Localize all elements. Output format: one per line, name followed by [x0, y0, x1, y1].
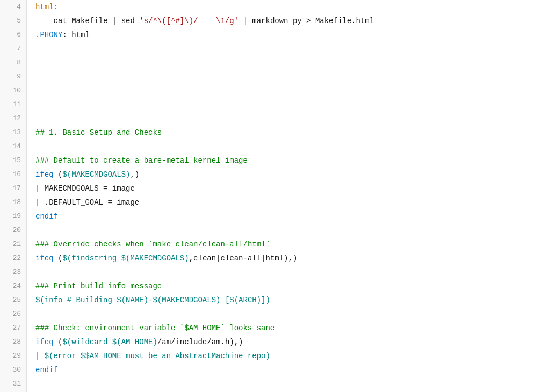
code-line: endif [35, 209, 556, 223]
code-line [35, 265, 556, 279]
line-number: 19 [0, 209, 26, 223]
line-number: 17 [0, 182, 26, 195]
line-number: 4 [0, 0, 26, 14]
code-line: ### Print build info message [35, 279, 556, 293]
line-number: 28 [0, 335, 26, 349]
line-number: 25 [0, 293, 26, 307]
code-line [35, 112, 556, 126]
line-number: 9 [0, 70, 26, 84]
code-line: ifeq ($(findstring $(MAKECMDGOALS),clean… [35, 251, 556, 265]
line-number: 7 [0, 42, 26, 56]
line-number: 20 [0, 223, 26, 237]
code-line [35, 307, 556, 321]
code-line [35, 223, 556, 237]
code-line: | $(error $$AM_HOME must be an AbstractM… [35, 349, 556, 363]
line-number: 22 [0, 251, 26, 265]
code-line [35, 56, 556, 70]
line-number: 29 [0, 349, 26, 363]
line-number: 30 [0, 363, 26, 377]
line-number: 21 [0, 237, 26, 251]
line-number: 16 [0, 168, 26, 182]
line-number: 15 [0, 154, 26, 168]
code-line [35, 70, 556, 84]
code-line: | MAKECMDGOALS = image [35, 182, 556, 195]
code-line: ifeq ($(MAKECMDGOALS),) [35, 168, 556, 182]
code-content[interactable]: html: cat Makefile | sed 's/^\([^#]\)/ \… [27, 0, 556, 392]
code-line: $(info # Building $(NAME)-$(MAKECMDGOALS… [35, 293, 556, 307]
code-line [35, 377, 556, 391]
line-number: 12 [0, 112, 26, 126]
line-number: 6 [0, 28, 26, 42]
line-number: 23 [0, 265, 26, 279]
line-number: 31 [0, 377, 26, 391]
line-number: 26 [0, 307, 26, 321]
code-line: cat Makefile | sed 's/^\([^#]\)/ \1/g' |… [35, 14, 556, 28]
code-line: | .DEFAULT_GOAL = image [35, 195, 556, 209]
line-number: 8 [0, 56, 26, 70]
code-line [35, 98, 556, 112]
code-line [35, 84, 556, 98]
code-line: .PHONY: html [35, 28, 556, 42]
line-number: 14 [0, 140, 26, 154]
code-line: endif [35, 363, 556, 377]
code-line: ifeq ($(wildcard $(AM_HOME)/am/include/a… [35, 335, 556, 349]
line-number: 18 [0, 195, 26, 209]
line-number: 5 [0, 14, 26, 28]
line-number: 13 [0, 126, 26, 140]
editor-container: 4567891011121314151617181920212223242526… [0, 0, 556, 392]
line-numbers: 4567891011121314151617181920212223242526… [0, 0, 27, 392]
code-line: ## 1. Basic Setup and Checks [35, 126, 556, 140]
code-line: ### Check: environment variable `$AM_HOM… [35, 321, 556, 335]
line-number: 27 [0, 321, 26, 335]
code-line [35, 140, 556, 154]
line-number: 10 [0, 84, 26, 98]
code-line: ### Override checks when `make clean/cle… [35, 237, 556, 251]
code-line: ### Default to create a bare-metal kerne… [35, 154, 556, 168]
code-line [35, 42, 556, 56]
line-number: 11 [0, 98, 26, 112]
code-line: html: [35, 0, 556, 14]
line-number: 24 [0, 279, 26, 293]
